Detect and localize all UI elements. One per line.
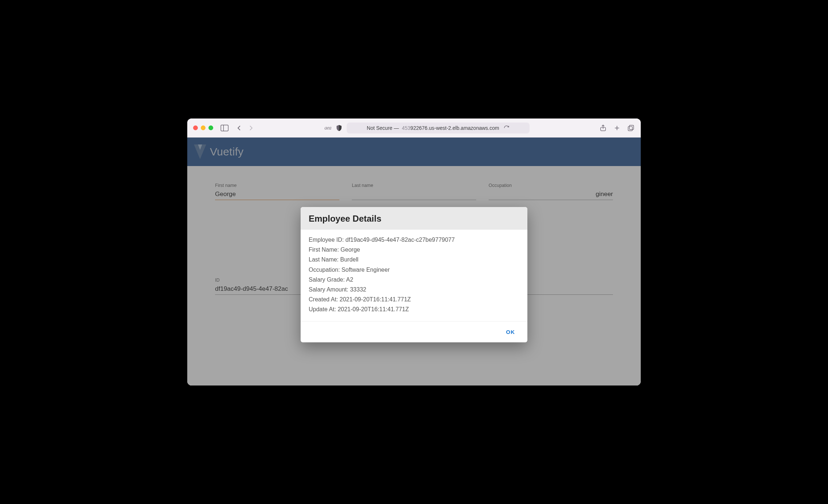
detail-occupation: Occupation: Software Engineer — [309, 265, 519, 275]
maximize-window-button[interactable] — [208, 125, 213, 130]
tabs-overview-icon[interactable] — [627, 124, 635, 132]
browser-window: aea Not Secure — 453922676.us-west-2.elb… — [187, 119, 641, 385]
new-tab-icon[interactable] — [613, 124, 621, 132]
svg-rect-0 — [221, 125, 228, 131]
address-prefix: Not Secure — — [367, 125, 399, 131]
detail-salary-grade: Salary Grade: A2 — [309, 275, 519, 285]
detail-updated-at: Update At: 2021-09-20T16:11:41.771Z — [309, 304, 519, 314]
minimize-window-button[interactable] — [201, 125, 206, 130]
detail-employee-id: Employee ID: df19ac49-d945-4e47-82ac-c27… — [309, 235, 519, 245]
browser-toolbar: aea Not Secure — 453922676.us-west-2.elb… — [187, 119, 641, 138]
site-favicon: aea — [324, 125, 331, 131]
window-controls — [193, 125, 213, 130]
detail-last-name: Last Name: Burdell — [309, 255, 519, 264]
svg-rect-5 — [629, 125, 634, 129]
svg-rect-6 — [628, 126, 633, 131]
detail-first-name: First Name: George — [309, 245, 519, 255]
page-viewport: Vuetify First name Last name Occupation — [187, 138, 641, 385]
reload-icon[interactable] — [504, 125, 509, 131]
dialog-actions: OK — [301, 321, 527, 342]
dialog-body: Employee ID: df19ac49-d945-4e47-82ac-c27… — [301, 230, 527, 321]
detail-salary-amount: Salary Amount: 33332 — [309, 285, 519, 294]
address-text: 922676.us-west-2.elb.amazonaws.com — [410, 125, 499, 131]
detail-created-at: Created At: 2021-09-20T16:11:41.771Z — [309, 294, 519, 304]
close-window-button[interactable] — [193, 125, 198, 130]
address-text-muted: 453 — [402, 125, 410, 131]
sidebar-toggle-icon[interactable] — [221, 124, 229, 132]
address-bar[interactable]: Not Secure — 453922676.us-west-2.elb.ama… — [347, 123, 530, 133]
dialog-title: Employee Details — [301, 207, 527, 230]
employee-details-dialog: Employee Details Employee ID: df19ac49-d… — [301, 207, 527, 342]
share-icon[interactable] — [599, 124, 607, 132]
nav-back-icon[interactable] — [235, 124, 243, 132]
nav-forward-icon[interactable] — [247, 124, 255, 132]
ok-button[interactable]: OK — [502, 326, 520, 338]
privacy-shield-icon[interactable] — [335, 124, 343, 132]
